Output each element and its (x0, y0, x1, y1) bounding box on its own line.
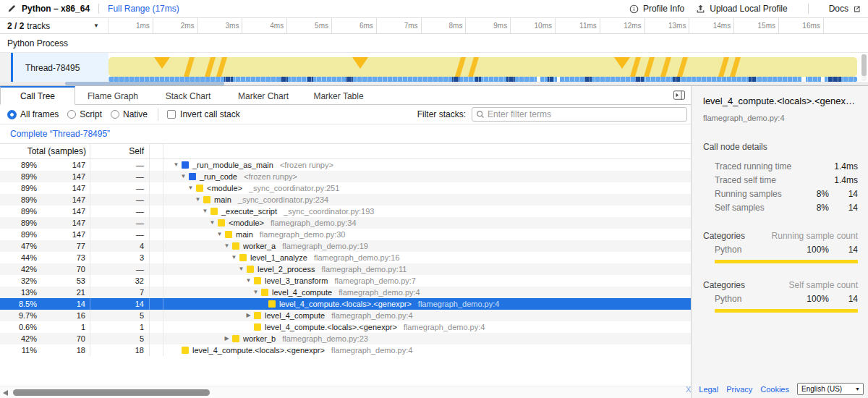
file-location: flamegraph_demo.py:23 (282, 333, 368, 344)
total-samples: 147 (40, 206, 90, 217)
category-color-icon (189, 173, 196, 180)
sidebar-node-file: flamegraph_demo.py:4 (703, 114, 858, 122)
function-cell: ▼level_2_processflamegraph_demo.py:11 (163, 263, 691, 275)
expand-twisty-icon[interactable]: ▶ (243, 310, 254, 321)
collapse-twisty-icon[interactable]: ▼ (250, 287, 261, 298)
file-location: _sync_coordinator.py:193 (284, 206, 374, 217)
collapse-twisty-icon[interactable]: ▼ (171, 159, 182, 171)
language-select[interactable]: English (US)▼ (797, 383, 864, 395)
expand-twisty-icon[interactable]: ▶ (221, 333, 232, 344)
category-percent: 100% (796, 294, 829, 304)
activity-graph[interactable] (109, 57, 857, 77)
categories-count-header: Self sample count (789, 280, 858, 290)
column-header-self[interactable]: Self (90, 144, 150, 159)
tab-marker-table[interactable]: Marker Table (301, 86, 376, 104)
total-percent: 42% (0, 333, 40, 344)
call-tree-row[interactable]: 89%147—▼_execute_script_sync_coordinator… (0, 206, 691, 217)
tab-call-tree[interactable]: Call Tree (0, 86, 75, 105)
function-cell: ▼main_sync_coordinator.py:234 (163, 194, 691, 206)
call-tree-row[interactable]: 89%147—▼_run_code<frozen runpy> (0, 171, 691, 182)
call-tree-row[interactable]: 0.6%11level_4_compute.<locals>.<genexpr>… (0, 321, 691, 333)
spacer-cell (150, 298, 163, 310)
total-samples: 21 (40, 287, 90, 298)
spacer-cell (150, 194, 163, 206)
collapse-twisty-icon[interactable]: ▼ (229, 252, 239, 263)
tab-stack-chart[interactable]: Stack Chart (150, 86, 226, 104)
samples-dense-segment (346, 77, 353, 82)
footer-link-legal[interactable]: Legal (699, 385, 718, 394)
call-tree-row[interactable]: 9.7%165▶level_4_computeflamegraph_demo.p… (0, 310, 691, 321)
collapse-twisty-icon[interactable]: ▼ (200, 206, 210, 217)
collapse-twisty-icon[interactable]: ▼ (178, 171, 189, 182)
collapse-twisty-icon[interactable]: ▼ (207, 217, 218, 229)
upload-profile-button[interactable]: Upload Local Profile (696, 4, 787, 14)
tab-flame-graph[interactable]: Flame Graph (75, 86, 150, 104)
thread-track-label[interactable]: Thread-78495 (13, 53, 109, 82)
call-tree-row[interactable]: 32%5332▼level_3_transformflamegraph_demo… (0, 275, 691, 287)
file-location: _sync_coordinator.py:251 (249, 182, 339, 194)
horizontal-scrollbar[interactable] (0, 386, 691, 398)
timeline-ruler[interactable]: 1ms2ms3ms4ms5ms6ms7ms8ms9ms10ms11ms12ms1… (109, 18, 868, 33)
footer-link-cookies[interactable]: Cookies (760, 385, 789, 394)
column-header-total[interactable]: Total (samples) (0, 144, 90, 159)
call-tree-row[interactable]: 47%774▼worker_aflamegraph_demo.py:19 (0, 240, 691, 252)
call-tree-row[interactable]: 42%70—▼level_2_processflamegraph_demo.py… (0, 263, 691, 275)
total-percent: 89% (0, 171, 40, 182)
tab-marker-chart[interactable]: Marker Chart (226, 86, 301, 104)
category-color-icon (182, 347, 189, 354)
spacer-cell (150, 206, 163, 217)
collapse-twisty-icon[interactable]: ▼ (221, 240, 232, 252)
call-tree-row[interactable]: 11%1818level_4_compute.<locals>.<genexpr… (0, 344, 691, 356)
scrollbar-thumb[interactable] (861, 54, 867, 76)
filter-stacks-input[interactable] (485, 109, 686, 119)
complete-thread-breadcrumb[interactable]: Complete “Thread-78495” (10, 129, 110, 139)
category-color-icon (182, 161, 189, 169)
call-tree-row[interactable]: 89%147—▼_run_module_as_main<frozen runpy… (0, 159, 691, 171)
tracks-horizontal-scrollbar[interactable] (0, 82, 868, 85)
spacer-cell (150, 252, 163, 263)
docs-link[interactable]: Docs (829, 4, 861, 14)
radio-script[interactable]: Script (67, 109, 102, 119)
collapse-twisty-icon[interactable]: ▼ (243, 275, 254, 287)
process-track-header: Python Process (0, 34, 868, 53)
radio-icon (7, 110, 17, 119)
ruler-tick: 16ms (109, 18, 824, 33)
footer-link-privacy[interactable]: Privacy (726, 385, 752, 394)
header-divider (98, 4, 99, 14)
total-percent: 89% (0, 182, 40, 194)
collapse-twisty-icon[interactable]: ▼ (185, 182, 196, 194)
call-tree-row[interactable]: 8.5%1414level_4_compute.<locals>.<genexp… (0, 298, 691, 310)
call-tree-row[interactable]: 89%147—▼<module>flamegraph_demo.py:34 (0, 217, 691, 229)
tracks-vertical-scrollbar[interactable] (861, 54, 867, 81)
radio-all-frames[interactable]: All frames (7, 109, 59, 119)
radio-native[interactable]: Native (111, 109, 148, 119)
footer-link-x[interactable]: X (686, 385, 691, 394)
collapse-twisty-icon[interactable]: ▼ (214, 229, 225, 240)
call-tree-row[interactable]: 42%705▶worker_bflamegraph_demo.py:23 (0, 333, 691, 344)
collapse-twisty-icon[interactable]: ▼ (192, 194, 203, 206)
file-location: _sync_coordinator.py:234 (238, 194, 328, 206)
call-tree-row[interactable]: 89%147—▼main_sync_coordinator.py:234 (0, 194, 691, 206)
call-tree-row[interactable]: 89%147—▼<module>_sync_coordinator.py:251 (0, 182, 691, 194)
edit-profile-name-icon[interactable] (7, 4, 16, 13)
sidebar-toggle-button[interactable] (673, 90, 685, 100)
scroll-left-arrow-icon[interactable] (3, 390, 8, 396)
samples-strip[interactable] (109, 77, 857, 82)
function-name: level_2_process (258, 263, 315, 275)
collapse-twisty-icon[interactable]: ▼ (236, 263, 247, 275)
call-tree-row[interactable]: 44%733▼level_1_analyzeflamegraph_demo.py… (0, 252, 691, 263)
category-color-icon (210, 208, 218, 215)
tracks-visibility-dropdown[interactable]: 2 / 2 tracks ▼ (0, 18, 109, 33)
full-range-link[interactable]: Full Range (17ms) (108, 4, 179, 14)
scrollbar-thumb[interactable] (65, 82, 224, 85)
file-location: flamegraph_demo.py:4 (418, 298, 500, 310)
profile-info-button[interactable]: Profile Info (629, 4, 684, 14)
function-name: level_4_compute (272, 287, 332, 298)
thread-activity-graph[interactable] (109, 53, 857, 82)
profile-title: Python – x86_64 (22, 4, 90, 14)
call-tree-row[interactable]: 89%147—▼mainflamegraph_demo.py:30 (0, 229, 691, 240)
invert-call-stack-checkbox[interactable] (167, 110, 176, 119)
call-tree-row[interactable]: 13%217▼level_4_computeflamegraph_demo.py… (0, 287, 691, 298)
scrollbar-thumb[interactable] (13, 389, 210, 396)
function-name: <module> (207, 182, 242, 194)
